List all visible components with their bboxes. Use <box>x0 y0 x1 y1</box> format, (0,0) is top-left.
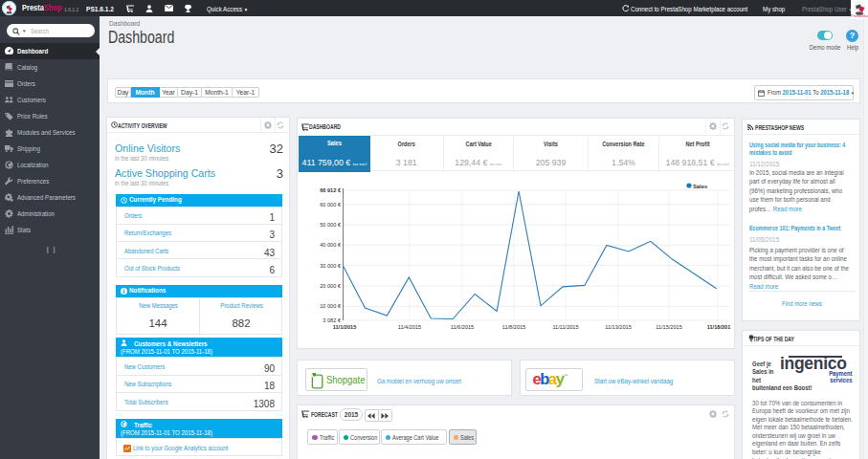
svg-text:11/1/2015: 11/1/2015 <box>333 324 357 330</box>
svg-text:60 000 €: 60 000 € <box>320 202 342 208</box>
svg-text:11/4/2015: 11/4/2015 <box>398 324 421 330</box>
svg-text:11/18/201: 11/18/201 <box>707 324 731 330</box>
svg-text:11/6/2015: 11/6/2015 <box>451 324 474 330</box>
svg-text:20 000 €: 20 000 € <box>320 283 342 289</box>
svg-text:40 000 €: 40 000 € <box>320 242 342 248</box>
svg-text:3 082 €: 3 082 € <box>323 317 342 323</box>
svg-text:50 000 €: 50 000 € <box>320 222 342 228</box>
svg-text:30 000 €: 30 000 € <box>320 263 342 269</box>
svg-text:10 000 €: 10 000 € <box>320 303 342 309</box>
svg-text:11/8/2015: 11/8/2015 <box>502 324 525 330</box>
svg-text:66 912 €: 66 912 € <box>320 187 342 193</box>
svg-text:Sales: Sales <box>693 184 707 189</box>
svg-text:11/11/2015: 11/11/2015 <box>552 324 578 330</box>
svg-text:11/15/2015: 11/15/2015 <box>656 324 682 330</box>
svg-text:11/13/2015: 11/13/2015 <box>605 324 632 330</box>
